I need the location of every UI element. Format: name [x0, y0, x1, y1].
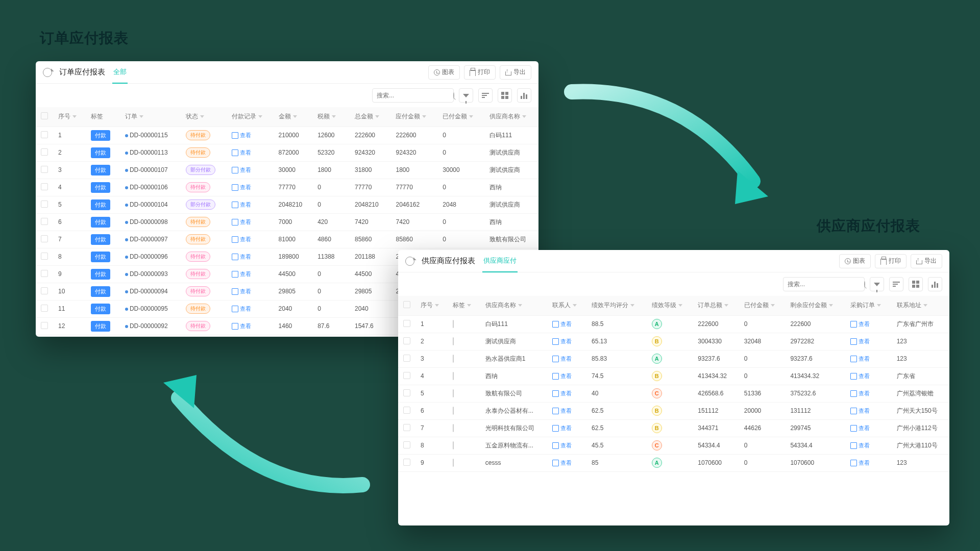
checkbox[interactable] [403, 441, 410, 448]
checkbox[interactable] [41, 131, 48, 138]
checkbox[interactable] [41, 166, 48, 173]
table-row[interactable]: 3付款DD-00000107部分付款查看30000180031800180030… [36, 161, 538, 179]
tab-supplier[interactable]: 供应商应付 [482, 250, 518, 272]
pay-button[interactable]: 付款 [91, 165, 110, 176]
table-row[interactable]: 6永泰办公器材有...查看62.5B15111220000131112查看广州天… [398, 402, 949, 419]
column-header[interactable]: 绩效等级 [647, 296, 693, 315]
column-header[interactable]: 联系人 [547, 296, 586, 315]
print-button[interactable]: 打印 [875, 254, 906, 268]
tag-icon[interactable] [453, 320, 454, 328]
pay-button[interactable]: 付款 [91, 286, 110, 297]
table-row[interactable]: 2付款DD-00000113待付款查看872000523209243209243… [36, 144, 538, 161]
chart-button[interactable]: 图表 [839, 254, 871, 268]
checkbox[interactable] [403, 389, 410, 396]
checkbox[interactable] [403, 301, 410, 308]
pay-button[interactable]: 付款 [91, 234, 110, 245]
pay-button[interactable]: 付款 [91, 199, 110, 210]
view-link[interactable]: 查看 [232, 305, 268, 313]
view-link[interactable]: 查看 [850, 320, 887, 328]
export-button[interactable]: 导出 [911, 254, 942, 268]
view-link[interactable]: 查看 [552, 424, 581, 432]
table-row[interactable]: 5致航有限公司查看40C426568.651336375232.6查看广州荔湾银… [398, 385, 949, 402]
column-header[interactable]: 供应商名称 [480, 296, 547, 315]
pay-button[interactable]: 付款 [91, 147, 110, 158]
column-header[interactable]: 绩效平均评分 [586, 296, 647, 315]
checkbox[interactable] [41, 305, 48, 312]
tag-icon[interactable] [453, 407, 454, 415]
view-link[interactable]: 查看 [232, 184, 268, 191]
sort-button[interactable] [889, 277, 903, 291]
table-row[interactable]: 4付款DD-00000106待付款查看77770077770777700西纳 [36, 179, 538, 196]
view-link[interactable]: 查看 [850, 442, 887, 449]
checkbox[interactable] [403, 372, 410, 379]
view-link[interactable]: 查看 [850, 424, 887, 432]
checkbox[interactable] [41, 322, 48, 329]
tab-all[interactable]: 全部 [112, 61, 128, 84]
checkbox[interactable] [41, 253, 48, 260]
view-link[interactable]: 查看 [552, 320, 581, 328]
checkbox[interactable] [41, 287, 48, 294]
checkbox[interactable] [403, 424, 410, 431]
table-row[interactable]: 6付款DD-00000098待付款查看7000420742074200西纳 [36, 213, 538, 231]
view-link[interactable]: 查看 [232, 218, 268, 226]
view-link[interactable]: 查看 [552, 338, 581, 345]
checkbox[interactable] [41, 183, 48, 190]
tag-icon[interactable] [453, 441, 454, 449]
print-button[interactable]: 打印 [464, 65, 496, 80]
view-link[interactable]: 查看 [232, 166, 268, 174]
pay-button[interactable]: 付款 [91, 304, 110, 314]
view-link[interactable]: 查看 [552, 459, 581, 467]
column-header[interactable]: 应付金额 [390, 107, 437, 127]
column-header[interactable]: 订单 [120, 107, 181, 127]
tag-icon[interactable] [453, 459, 454, 467]
column-header[interactable]: 供应商名称 [484, 107, 538, 127]
view-link[interactable]: 查看 [552, 407, 581, 415]
table-row[interactable]: 1白码111查看88.5A2226000222600查看广东省广州市 [398, 315, 949, 333]
view-link[interactable]: 查看 [232, 288, 268, 295]
pay-button[interactable]: 付款 [91, 217, 110, 228]
view-link[interactable]: 查看 [850, 355, 887, 363]
checkbox[interactable] [403, 459, 410, 466]
tag-icon[interactable] [453, 372, 454, 380]
table-row[interactable]: 5付款DD-00000104部分付款查看20482100204821020461… [36, 196, 538, 213]
view-link[interactable]: 查看 [232, 132, 268, 139]
table-row[interactable]: 7付款DD-00000097待付款查看81000486085860858600致… [36, 231, 538, 248]
checkbox[interactable] [403, 320, 410, 327]
grid-view-button[interactable] [498, 88, 512, 103]
view-link[interactable]: 查看 [850, 459, 887, 467]
search-input[interactable] [372, 88, 454, 103]
tag-icon[interactable] [453, 424, 454, 432]
view-link[interactable]: 查看 [552, 390, 581, 397]
stats-button[interactable] [928, 277, 942, 291]
table-wrap[interactable]: 序号标签供应商名称联系人绩效平均评分绩效等级订单总额已付金额剩余应付金额采购订单… [398, 296, 949, 525]
column-header[interactable]: 采购订单 [845, 296, 892, 315]
checkbox[interactable] [41, 148, 48, 156]
checkbox[interactable] [41, 112, 48, 119]
search-input[interactable] [783, 277, 865, 291]
column-header[interactable]: 联系地址 [892, 296, 949, 315]
column-header[interactable]: 标签 [448, 296, 480, 315]
column-header[interactable]: 剩余应付金额 [785, 296, 845, 315]
filter-button[interactable] [870, 277, 884, 291]
pay-button[interactable]: 付款 [91, 269, 110, 280]
table-row[interactable]: 8五金原料物流有...查看45.5C54334.4054334.4查看广州大港1… [398, 437, 949, 454]
view-link[interactable]: 查看 [850, 390, 887, 397]
view-link[interactable]: 查看 [232, 270, 268, 278]
view-link[interactable]: 查看 [232, 253, 268, 261]
checkbox[interactable] [41, 235, 48, 242]
tag-icon[interactable] [453, 337, 454, 345]
view-link[interactable]: 查看 [552, 442, 581, 449]
checkbox[interactable] [41, 218, 48, 225]
tag-icon[interactable] [453, 389, 454, 397]
column-header[interactable]: 已付金额 [739, 296, 786, 315]
stats-button[interactable] [517, 88, 531, 103]
view-link[interactable]: 查看 [552, 355, 581, 363]
view-link[interactable]: 查看 [232, 201, 268, 209]
column-header[interactable]: 序号 [415, 296, 448, 315]
view-link[interactable]: 查看 [850, 372, 887, 380]
checkbox[interactable] [403, 355, 410, 362]
view-link[interactable]: 查看 [552, 372, 581, 380]
table-row[interactable]: 9cesss查看85A107060001070600查看123 [398, 454, 949, 471]
view-link[interactable]: 查看 [232, 236, 268, 243]
column-header[interactable]: 状态 [181, 107, 227, 127]
